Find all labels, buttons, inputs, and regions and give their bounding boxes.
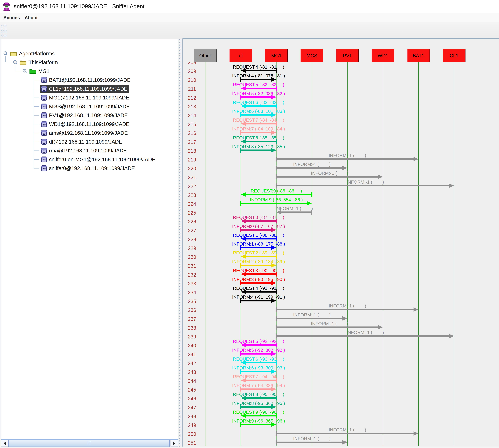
tree-agent-row[interactable]: sniffer0@192.168.11.109:1099/JADE — [1, 164, 178, 173]
horizontal-scrollbar[interactable] — [1, 439, 178, 447]
row-number: 224 — [188, 201, 196, 207]
scrollbar-thumb[interactable] — [8, 440, 170, 447]
message-arrow-row-227[interactable]: INFORM:0 (-87 167 -87 ) — [232, 224, 285, 232]
message-arrow-row-217[interactable]: REQUEST:8 (-85 -85 ) — [233, 135, 284, 144]
message-arrow-row-212[interactable]: INFORM:5 (-82 086 -82 ) — [232, 91, 285, 100]
message-arrow-row-229[interactable]: INFORM:1 (-88 175 -88 ) — [232, 241, 285, 250]
message-arrow-row-219[interactable]: INFORM:-1 ( ) — [276, 153, 418, 161]
message-arrow-row-210[interactable]: INFORM:4 (-81 078 -81 ) — [232, 73, 285, 82]
message-arrow-row-246[interactable]: REQUEST:8 (-95 -95 ) — [233, 392, 284, 400]
message-arrow-row-249[interactable]: INFORM:9 (-96 365 -96 ) — [232, 418, 285, 427]
message-arrow-row-232[interactable]: REQUEST:3 (-90 -90 ) — [233, 268, 284, 277]
tree-agent-row[interactable]: MG1@192.168.11.109:1099/JADE — [1, 93, 178, 102]
message-arrow-row-233[interactable]: INFORM:3 (-90 195 -90 ) — [232, 277, 285, 285]
tree-agent-row[interactable]: PV1@192.168.11.109:1099/JADE — [1, 111, 178, 120]
message-arrow-row-223[interactable]: REQUEST:9 (-86 -86 ) — [241, 188, 313, 197]
message-arrow-row-225[interactable]: INFORM:-1 ( ) — [275, 206, 313, 215]
agent-icon — [41, 95, 47, 101]
message-arrow-row-236[interactable]: INFORM:-1 ( ) — [276, 303, 418, 312]
toolbar-drag-handle[interactable] — [1, 25, 7, 37]
message-arrow-row-220[interactable]: INFORM:-1 ( ) — [276, 162, 348, 170]
message-arrow-row-214[interactable]: INFORM:6 (-83 101 -83 ) — [232, 109, 285, 117]
tree-expand-handle[interactable] — [3, 51, 8, 56]
message-arrow-row-243[interactable]: INFORM:6 (-93 309 -93 ) — [232, 365, 285, 374]
agent-box-BAT1[interactable]: BAT1 — [407, 49, 430, 62]
message-arrow-row-244[interactable]: REQUEST:7 (-94 -94 ) — [233, 374, 284, 383]
tree-agent-row[interactable]: MGS@192.168.11.109:1099/JADE — [1, 102, 178, 111]
tree-agent-row[interactable]: BAT1@192.168.11.109:1099/JADE — [1, 76, 178, 84]
row-number: 218 — [188, 148, 196, 154]
tree-node-label: ThisPlatform — [29, 59, 58, 65]
message-arrow-row-215[interactable]: REQUEST:7 (-84 -84 ) — [233, 118, 284, 126]
row-number: 247 — [188, 405, 196, 410]
message-arrow-row-251[interactable]: INFORM:-1 ( ) — [276, 436, 348, 445]
menu-about[interactable]: About — [22, 14, 40, 21]
tree-agent-label: sniffer0@192.168.11.109:1099/JADE — [49, 165, 135, 171]
tree-agent-row[interactable]: sniffer0-on-MG1@192.168.11.109:1099/JADE — [1, 155, 178, 164]
message-arrow-row-242[interactable]: REQUEST:6 (-93 -93 ) — [233, 357, 284, 365]
agent-box-WD1[interactable]: WD1 — [372, 49, 394, 62]
message-label: INFORM:7 (-94 336 -94 ) — [232, 383, 285, 388]
message-arrow-row-218[interactable]: INFORM:8 (-85 123 -85 ) — [232, 144, 285, 153]
message-arrow-row-224[interactable]: INFORM:9 (-86 554 -86 ) — [240, 197, 312, 206]
tree-agent-row[interactable]: df@192.168.11.109:1099/JADE — [1, 137, 178, 146]
message-label: INFORM:-1 ( ) — [346, 330, 384, 335]
message-arrow-row-245[interactable]: INFORM:7 (-94 336 -94 ) — [232, 383, 285, 392]
agent-box-CL1[interactable]: CL1 — [443, 49, 465, 62]
message-label: INFORM:6 (-83 101 -83 ) — [232, 109, 285, 114]
agent-box-MG1[interactable]: MG1 — [265, 49, 287, 62]
agent-box-label: WD1 — [378, 53, 388, 58]
message-arrow-row-239[interactable]: INFORM:-1 ( ) — [276, 330, 454, 338]
tree-agent-label: df@192.168.11.109:1099/JADE — [49, 139, 122, 145]
row-number: 214 — [188, 113, 196, 118]
message-arrow-row-226[interactable]: REQUEST:0 (-87 -87 ) — [233, 215, 284, 223]
agent-box-PV1[interactable]: PV1 — [336, 49, 359, 62]
scroll-left-button[interactable] — [1, 440, 8, 447]
tree-expand-handle[interactable] — [13, 60, 18, 65]
window-title: sniffer0@192.168.11.109:1099/JADE - Snif… — [14, 0, 144, 13]
menu-actions[interactable]: Actions — [1, 14, 22, 21]
tree-connector — [34, 133, 39, 133]
split-pane-divider[interactable] — [178, 39, 183, 447]
message-arrow-row-241[interactable]: INFORM:5 (-92 302 -92 ) — [232, 348, 285, 356]
message-label: INFORM:4 (-81 078 -81 ) — [232, 73, 285, 78]
agent-box-MGS[interactable]: MGS — [301, 49, 323, 62]
tree-agent-row[interactable]: WD1@192.168.11.109:1099/JADE — [1, 120, 178, 128]
message-arrow-row-216[interactable]: INFORM:7 (-84 109 -84 ) — [232, 126, 285, 135]
message-arrow-row-235[interactable]: INFORM:4 (-91 199 -91 ) — [232, 295, 285, 303]
tree-node-agentplatforms[interactable]: AgentPlatforms — [1, 49, 178, 58]
message-arrow-row-238[interactable]: INFORM:-1 ( ) — [276, 321, 383, 330]
tree-connector — [34, 124, 39, 124]
message-arrow-row-213[interactable]: REQUEST:6 (-83 -83 ) — [233, 100, 284, 108]
tree-connector — [34, 159, 39, 160]
message-arrow-row-222[interactable]: INFORM:-1 ( ) — [276, 180, 454, 188]
message-arrow-row-240[interactable]: REQUEST:5 (-92 -92 ) — [233, 339, 284, 347]
message-arrow-row-247[interactable]: INFORM:8 (-95 360 -95 ) — [232, 401, 285, 409]
tree-agent-row[interactable]: rma@192.168.11.109:1099/JADE — [1, 146, 178, 155]
row-number: 222 — [188, 184, 196, 189]
scroll-right-button[interactable] — [170, 440, 178, 447]
message-arrow-row-209[interactable]: REQUEST:4 (-81 -81 ) — [233, 64, 284, 73]
tree-node-thisplatform[interactable]: ThisPlatform — [1, 58, 178, 67]
message-label: INFORM:4 (-91 199 -91 ) — [232, 295, 285, 300]
agent-box-Other[interactable]: Other — [194, 49, 216, 62]
toolbar: @ — [0, 22, 499, 39]
message-arrow-row-211[interactable]: REQUEST:5 (-82 -82 ) — [233, 82, 284, 91]
row-number: 244 — [188, 378, 196, 384]
tree-agent-row[interactable]: CL1@192.168.11.109:1099/JADE — [1, 84, 178, 93]
message-arrow-row-234[interactable]: REQUEST:4 (-91 -91 ) — [233, 286, 284, 294]
message-arrow-row-237[interactable]: INFORM:-1 ( ) — [276, 312, 348, 321]
agent-icon — [41, 121, 47, 127]
message-arrow-row-231[interactable]: INFORM:2 (-89 184 -89 ) — [232, 259, 285, 268]
message-arrow-row-248[interactable]: REQUEST:9 (-96 -96 ) — [233, 410, 284, 418]
message-arrow-row-228[interactable]: REQUEST:1 (-88 -88 ) — [233, 233, 284, 241]
agent-box-df[interactable]: df — [230, 49, 252, 62]
tree-agent-row[interactable]: ams@192.168.11.109:1099/JADE — [1, 128, 178, 137]
row-number: 210 — [188, 77, 196, 83]
tree-node-mg1-container[interactable]: MG1 — [1, 67, 178, 76]
message-arrow-row-221[interactable]: INFORM:-1 ( ) — [276, 171, 383, 179]
message-arrow-row-230[interactable]: REQUEST:2 (-89 -89 ) — [233, 250, 284, 259]
agent-icon — [41, 112, 47, 118]
tree-expand-handle[interactable] — [22, 69, 27, 74]
message-arrow-row-250[interactable]: INFORM:-1 ( ) — [276, 427, 418, 436]
